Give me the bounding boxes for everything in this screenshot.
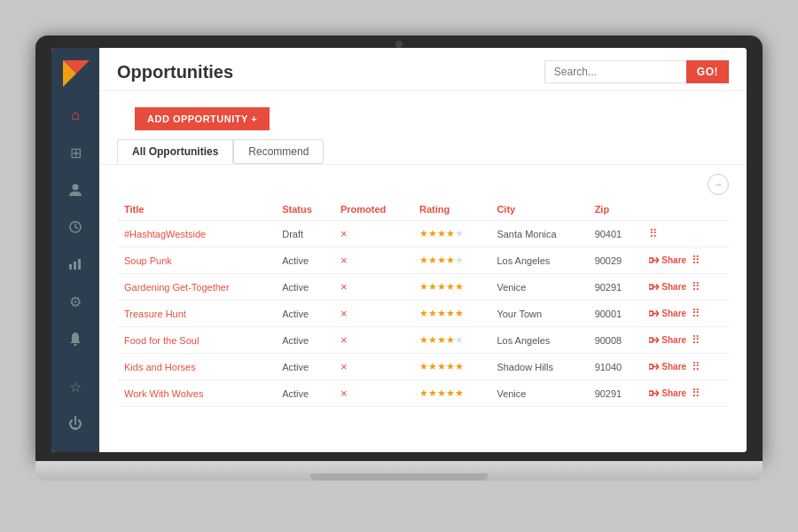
sidebar: ⌂ ⊞ <box>51 48 99 452</box>
opportunity-actions: Share ⠿ <box>642 380 729 406</box>
opportunity-zip: 90401 <box>588 221 643 247</box>
opportunity-rating: ★★★★★ <box>412 301 489 327</box>
opportunity-zip: 91040 <box>588 354 643 380</box>
col-city: City <box>489 199 587 221</box>
sidebar-item-settings[interactable]: ⚙ <box>59 286 91 317</box>
grid-dots-icon[interactable]: ⠿ <box>692 280 700 293</box>
opportunity-title[interactable]: Treasure Hunt <box>117 301 275 327</box>
grid-dots-icon[interactable]: ⠿ <box>649 227 658 240</box>
page-title: Opportunities <box>117 62 233 82</box>
sidebar-item-power[interactable]: ⏻ <box>59 408 91 440</box>
svg-rect-12 <box>649 364 653 369</box>
grid-dots-icon[interactable]: ⠿ <box>692 254 700 267</box>
share-button[interactable]: Share <box>649 309 686 318</box>
sidebar-item-clock[interactable] <box>59 211 91 243</box>
sidebar-item-home[interactable]: ⌂ <box>59 99 91 131</box>
opportunity-title[interactable]: Kids and Horses <box>117 354 275 380</box>
sidebar-item-chart[interactable] <box>59 248 91 280</box>
grid-dots-icon[interactable]: ⠿ <box>692 307 700 320</box>
opportunity-city: Santa Monica <box>489 221 587 247</box>
svg-rect-13 <box>649 391 653 395</box>
share-button[interactable]: Share <box>649 335 686 345</box>
svg-point-2 <box>73 184 79 191</box>
opportunity-title[interactable]: Work With Wolves <box>117 380 275 407</box>
table-row: Treasure Hunt Active × ★★★★★ Your Town 9… <box>117 301 729 327</box>
opportunity-rating: ★★★★★ <box>412 247 489 274</box>
opportunity-title[interactable]: Food for the Soul <box>117 327 275 354</box>
opportunity-promoted: × <box>333 327 412 354</box>
search-button[interactable]: GO! <box>686 60 729 83</box>
grid-dots-icon[interactable]: ⠿ <box>692 387 700 400</box>
table-row: Kids and Horses Active × ★★★★★ Shadow Hi… <box>117 354 729 380</box>
svg-rect-10 <box>649 311 653 316</box>
grid-dots-icon[interactable]: ⠿ <box>692 360 700 373</box>
opportunity-status: Active <box>275 380 333 407</box>
opportunity-promoted: × <box>333 354 412 380</box>
opportunity-promoted: × <box>333 247 412 274</box>
sidebar-item-user[interactable] <box>59 174 91 206</box>
share-button[interactable]: Share <box>649 255 686 265</box>
table-row: Food for the Soul Active × ★★★★★ Los Ang… <box>117 327 729 354</box>
add-opportunity-button[interactable]: ADD OPPORTUNITY + <box>135 107 270 130</box>
opportunities-table: Title Status Promoted Rating City Zip #H… <box>117 199 729 407</box>
svg-rect-4 <box>69 264 72 270</box>
opportunity-status: Active <box>275 327 333 354</box>
opportunity-status: Active <box>275 301 333 327</box>
opportunity-title[interactable]: #HashtagWestside <box>117 221 275 247</box>
opportunity-zip: 90291 <box>588 380 643 407</box>
grid-dots-icon[interactable]: ⠿ <box>692 333 700 347</box>
opportunity-zip: 90001 <box>588 301 643 327</box>
opportunity-actions: Share ⠿ <box>642 327 729 353</box>
svg-rect-11 <box>649 338 653 342</box>
opportunity-actions: Share ⠿ <box>642 301 729 326</box>
opportunity-title[interactable]: Soup Punk <box>117 247 275 274</box>
laptop-base <box>35 461 763 481</box>
tab-recommend[interactable]: Recommend <box>233 139 324 164</box>
svg-rect-9 <box>649 285 653 289</box>
table-header-row: Title Status Promoted Rating City Zip <box>117 199 729 221</box>
arrow-button-container: → <box>117 168 729 199</box>
opportunity-status: Active <box>275 247 333 274</box>
table-row: #HashtagWestside Draft × ★★★★★ Santa Mon… <box>117 221 729 247</box>
table-row: Soup Punk Active × ★★★★★ Los Angeles 900… <box>117 247 729 274</box>
share-button[interactable]: Share <box>649 282 686 292</box>
laptop-screen: ⌂ ⊞ <box>51 48 747 452</box>
share-button[interactable]: Share <box>649 362 686 372</box>
sidebar-item-star[interactable]: ☆ <box>59 371 91 403</box>
laptop-screen-border: ⌂ ⊞ <box>35 35 763 461</box>
col-rating: Rating <box>412 199 489 221</box>
tabs: All Opportunities Recommend <box>99 130 747 165</box>
opportunity-city: Venice <box>489 274 587 301</box>
opportunity-promoted: × <box>333 221 412 247</box>
next-arrow-button[interactable]: → <box>708 174 729 195</box>
opportunity-city: Your Town <box>489 301 587 327</box>
search-input[interactable] <box>544 60 686 83</box>
col-actions <box>642 199 729 221</box>
opportunity-title[interactable]: Gardening Get-Together <box>117 274 275 301</box>
col-status: Status <box>275 199 333 221</box>
col-zip: Zip <box>588 199 643 221</box>
tab-all-opportunities[interactable]: All Opportunities <box>117 139 233 164</box>
opportunity-status: Active <box>275 354 333 380</box>
col-title: Title <box>117 199 275 221</box>
opportunity-city: Venice <box>489 380 587 407</box>
opportunity-rating: ★★★★★ <box>412 221 489 247</box>
svg-rect-6 <box>78 259 81 270</box>
opportunity-zip: 90291 <box>588 274 643 301</box>
opportunity-zip: 90008 <box>588 327 643 354</box>
sidebar-logo <box>63 60 88 85</box>
sidebar-item-notifications[interactable] <box>59 323 91 355</box>
opportunity-actions: ⠿ <box>642 221 729 246</box>
opportunity-status: Draft <box>275 221 333 247</box>
share-button[interactable]: Share <box>649 388 686 398</box>
opportunity-city: Los Angeles <box>489 247 587 274</box>
opportunity-actions: Share ⠿ <box>642 354 729 379</box>
main-content: Opportunities GO! ADD OPPORTUNITY + All … <box>99 48 747 452</box>
svg-rect-5 <box>74 262 76 270</box>
opportunity-promoted: × <box>333 380 412 407</box>
opportunity-promoted: × <box>333 274 412 301</box>
opportunity-city: Los Angeles <box>489 327 587 354</box>
opportunity-city: Shadow Hills <box>489 354 587 380</box>
col-promoted: Promoted <box>333 199 412 221</box>
sidebar-item-grid[interactable]: ⊞ <box>59 137 91 168</box>
